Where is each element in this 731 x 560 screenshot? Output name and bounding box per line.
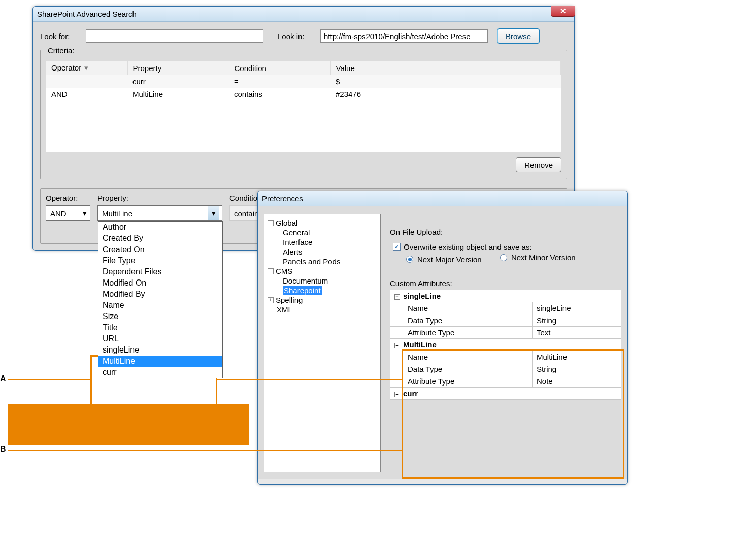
sort-icon[interactable]: ▾ [84, 63, 88, 73]
overwrite-checkbox[interactable]: ✔ Overwrite existing object and save as: [393, 242, 532, 251]
checkbox-icon: ✔ [393, 243, 401, 251]
tree-global[interactable]: −Global [268, 218, 377, 228]
dropdown-item[interactable]: Name [98, 300, 222, 311]
property-select[interactable]: MultiLine ▾ AuthorCreated ByCreated OnFi… [97, 205, 222, 221]
operator-label: Operator: [46, 194, 90, 202]
dlg2-title: Preferences [262, 194, 303, 203]
remove-button[interactable]: Remove [516, 157, 561, 172]
callout-a: A [0, 374, 6, 383]
col-property[interactable]: Property [127, 61, 229, 75]
chevron-down-icon: ▾ [83, 208, 87, 218]
dlg1-titlebar[interactable]: SharePoint Advanced Search ✕ [33, 7, 574, 22]
tree-general[interactable]: General [283, 228, 377, 237]
property-label: Property: [97, 194, 222, 202]
dropdown-item[interactable]: singleLine [98, 344, 222, 356]
collapse-icon[interactable]: − [394, 343, 400, 348]
dropdown-item[interactable]: Title [98, 322, 222, 333]
criteria-row[interactable]: AND MultiLine contains #23476 [46, 88, 561, 100]
custom-attr-label: Custom Attributes: [390, 279, 621, 288]
callout-b: B [0, 445, 6, 454]
collapse-icon[interactable]: − [268, 268, 274, 274]
dlg2-titlebar[interactable]: Preferences [258, 191, 627, 206]
look-for-input[interactable] [86, 29, 263, 43]
upload-label: On File Upload: [390, 228, 621, 236]
radio-minor[interactable]: Next Minor Version [500, 253, 576, 262]
radio-major[interactable]: Next Major Version [406, 255, 482, 264]
look-in-input[interactable] [320, 29, 488, 43]
look-in-label: Look in: [278, 32, 315, 41]
dropdown-item[interactable]: Created By [98, 233, 222, 244]
dropdown-item[interactable]: Author [98, 222, 222, 233]
dropdown-item[interactable]: Created On [98, 244, 222, 255]
close-icon: ✕ [560, 7, 567, 16]
expand-icon[interactable]: + [268, 297, 274, 303]
col-condition[interactable]: Condition [229, 61, 330, 75]
dropdown-item[interactable]: File Type [98, 255, 222, 266]
dropdown-item[interactable]: Modified On [98, 277, 222, 289]
browse-button[interactable]: Browse [497, 28, 540, 44]
close-button[interactable]: ✕ [551, 6, 575, 17]
col-operator[interactable]: Operator [51, 63, 81, 72]
dropdown-item[interactable]: URL [98, 333, 222, 344]
tree-alerts[interactable]: Alerts [283, 247, 377, 257]
dropdown-item[interactable]: MultiLine [98, 356, 222, 367]
pref-tree[interactable]: −Global General Interface Alerts Panels … [264, 214, 381, 472]
tree-interface[interactable]: Interface [283, 237, 377, 247]
dropdown-item[interactable]: Dependent Files [98, 266, 222, 277]
dropdown-item[interactable]: Size [98, 311, 222, 322]
tree-panels[interactable]: Panels and Pods [283, 257, 377, 266]
criteria-row[interactable]: curr = $ [46, 75, 561, 88]
tree-sharepoint[interactable]: Sharepoint [283, 286, 377, 295]
dropdown-item[interactable]: curr [98, 367, 222, 378]
dropdown-item[interactable]: Modified By [98, 289, 222, 300]
collapse-icon[interactable]: − [394, 294, 400, 300]
chevron-down-icon: ▾ [208, 206, 219, 220]
tree-documentum[interactable]: Documentum [283, 276, 377, 286]
collapse-icon[interactable]: − [394, 392, 400, 397]
look-for-label: Look for: [40, 32, 81, 41]
col-value[interactable]: Value [330, 61, 530, 75]
criteria-label: Criteria: [46, 46, 77, 55]
custom-attributes-table[interactable]: −singleLine NamesingleLine Data TypeStri… [390, 290, 621, 400]
dlg1-title: SharePoint Advanced Search [37, 10, 137, 18]
tree-cms[interactable]: −CMS [268, 266, 377, 276]
tree-spelling[interactable]: +Spelling [268, 295, 377, 305]
operator-select[interactable]: AND ▾ [46, 205, 90, 221]
criteria-grid[interactable]: Operator▾ Property Condition Value curr … [46, 61, 561, 152]
tree-xml[interactable]: XML [277, 305, 377, 314]
property-dropdown[interactable]: AuthorCreated ByCreated OnFile TypeDepen… [98, 221, 223, 378]
collapse-icon[interactable]: − [268, 220, 274, 226]
